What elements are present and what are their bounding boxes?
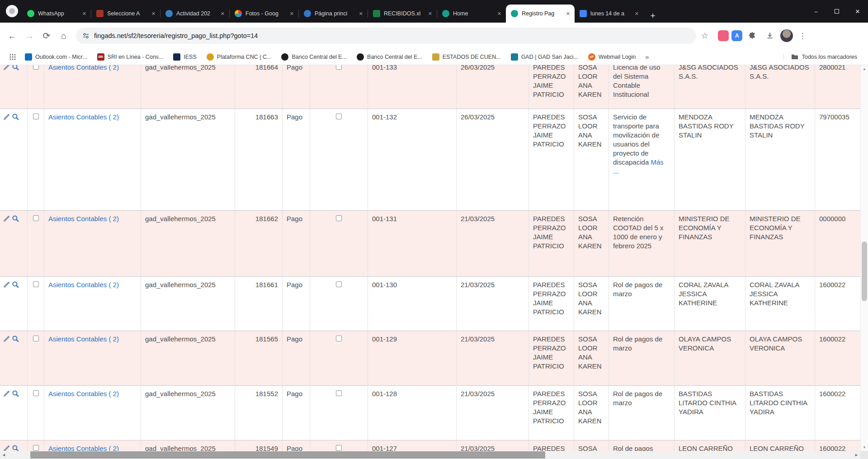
extension-pink-icon[interactable] (718, 30, 729, 41)
maximize-button[interactable] (826, 0, 847, 23)
asientos-contables-link[interactable]: Asientos Contables ( 2) (48, 335, 119, 343)
magnifier-icon[interactable] (12, 113, 19, 121)
tab-fotos[interactable]: Fotos - Goog ✕ (230, 5, 298, 23)
site-settings-icon[interactable] (82, 32, 90, 39)
magnifier-icon[interactable] (12, 65, 19, 71)
magnifier-icon[interactable] (12, 335, 19, 343)
magnifier-icon[interactable] (12, 445, 19, 451)
extensions-puzzle-icon[interactable] (745, 27, 760, 44)
tab-pagina-principal[interactable]: Página princi ✕ (299, 5, 368, 23)
tab-close-icon[interactable]: ✕ (634, 11, 640, 17)
bookmark-cnc[interactable]: Plataforma CNC | C... (203, 52, 276, 62)
cell-beneficiario: J&SG ASOCIADOS S.A.S. (675, 65, 745, 109)
back-icon[interactable]: ← (4, 27, 21, 44)
flag-checkbox[interactable] (336, 390, 342, 396)
table-row: Asientos Contables ( 2) gad_vallehermos_… (0, 386, 860, 440)
asientos-contables-link[interactable]: Asientos Contables ( 2) (48, 281, 119, 289)
close-button[interactable]: ✕ (847, 0, 868, 23)
flag-checkbox[interactable] (336, 445, 342, 451)
horizontal-scroll-thumb[interactable] (30, 451, 545, 459)
tab-whatsapp[interactable]: WhatsApp ✕ (22, 5, 91, 23)
tab-close-icon[interactable]: ✕ (151, 11, 156, 17)
scroll-up-icon[interactable]: ▲ (861, 65, 868, 72)
row-checkbox[interactable] (33, 114, 39, 119)
asientos-contables-link[interactable]: Asientos Contables ( 2) (48, 65, 119, 71)
tab-close-icon[interactable]: ✕ (427, 11, 433, 17)
row-checkbox[interactable] (33, 445, 39, 451)
tab-registro-pago-active[interactable]: Registro Pag ✕ (506, 5, 575, 23)
page-content: Asientos Contables ( 2) gad_vallehermos_… (0, 65, 860, 451)
tab-close-icon[interactable]: ✕ (289, 11, 295, 17)
downloads-icon[interactable] (762, 27, 778, 44)
bookmarks-overflow-chevron[interactable]: » (642, 53, 652, 61)
address-bar[interactable]: fingads.net/sf2/tesoreria/registro_pago_… (76, 28, 696, 44)
tab-home[interactable]: Home ✕ (437, 5, 506, 23)
row-checkbox[interactable] (33, 65, 39, 70)
horizontal-scrollbar[interactable]: ◄ ► (0, 451, 860, 459)
magnifier-icon[interactable] (12, 281, 19, 289)
flag-checkbox[interactable] (336, 114, 342, 119)
new-tab-button[interactable]: + (646, 9, 660, 23)
vertical-scrollbar[interactable]: ▲ ▼ (860, 65, 868, 451)
apps-grid-icon[interactable] (6, 51, 19, 63)
reload-icon[interactable]: ⟳ (38, 27, 55, 44)
tab-close-icon[interactable]: ✕ (220, 11, 226, 17)
bookmark-outlook[interactable]: Outlook.com - Micr... (21, 52, 91, 62)
asientos-contables-link[interactable]: Asientos Contables ( 2) (48, 113, 119, 121)
bookmark-sri[interactable]: SRISRI en Línea - Cons... (93, 52, 168, 62)
vertical-scroll-thumb[interactable] (862, 241, 867, 301)
scroll-left-icon[interactable]: ◄ (0, 451, 8, 459)
edit-pencil-icon[interactable] (3, 390, 10, 397)
scroll-down-icon[interactable]: ▼ (861, 444, 868, 451)
edit-pencil-icon[interactable] (3, 215, 10, 222)
edit-pencil-icon[interactable] (3, 113, 10, 121)
magnifier-icon[interactable] (12, 215, 19, 222)
home-icon[interactable]: ⌂ (55, 27, 72, 44)
cell-flag (310, 440, 368, 451)
bookmark-gad[interactable]: GAD | GAD San Jaci... (507, 52, 582, 62)
tab-close-icon[interactable]: ✕ (358, 11, 364, 17)
flag-checkbox[interactable] (336, 281, 342, 287)
menu-kebab-icon[interactable]: ⋮ (796, 27, 809, 44)
tab-close-icon[interactable]: ✕ (565, 11, 571, 17)
row-actions (0, 65, 28, 109)
bookmark-webmail[interactable]: cPWebmail Login (584, 52, 640, 62)
asientos-contables-link[interactable]: Asientos Contables ( 2) (48, 445, 119, 451)
tab-close-icon[interactable]: ✕ (496, 11, 502, 17)
edit-pencil-icon[interactable] (3, 65, 10, 71)
cell-cuenta: 1600022 (815, 277, 860, 331)
forward-icon[interactable]: → (21, 27, 38, 44)
flag-checkbox[interactable] (336, 336, 342, 341)
translate-icon[interactable]: A (731, 30, 742, 41)
tab-seleccione[interactable]: Seleccione A ✕ (91, 5, 160, 23)
cell-flag (310, 109, 368, 210)
bookmark-banco-central-1[interactable]: Banco Central del E... (277, 52, 351, 62)
title-bar: WhatsApp ✕ Seleccione A ✕ Actividad 202 … (0, 0, 868, 23)
flag-checkbox[interactable] (336, 65, 342, 70)
flag-checkbox[interactable] (336, 215, 342, 221)
edit-pencil-icon[interactable] (3, 445, 10, 451)
tab-actividad[interactable]: Actividad 202 ✕ (160, 5, 229, 23)
edit-pencil-icon[interactable] (3, 335, 10, 343)
tab-close-icon[interactable]: ✕ (81, 11, 87, 17)
row-checkbox[interactable] (33, 281, 39, 287)
bookmark-banco-central-2[interactable]: Banco Central del E... (353, 52, 426, 62)
row-checkbox[interactable] (33, 390, 39, 396)
all-bookmarks-button[interactable]: Todos los marcadores (783, 54, 862, 60)
bookmark-estados[interactable]: ESTADOS DE CUEN... (428, 52, 505, 62)
asientos-contables-link[interactable]: Asientos Contables ( 2) (48, 215, 119, 222)
minimize-button[interactable]: – (806, 0, 826, 23)
row-checkbox[interactable] (33, 336, 39, 341)
edit-pencil-icon[interactable] (3, 281, 10, 289)
bookmark-iess[interactable]: IESS (169, 52, 201, 62)
tab-recibidos[interactable]: RECIBIDOS.xl ✕ (368, 5, 437, 23)
folder-icon (791, 54, 798, 60)
asientos-contables-link[interactable]: Asientos Contables ( 2) (48, 390, 119, 397)
row-checkbox[interactable] (33, 215, 39, 221)
table-row: Asientos Contables ( 2) gad_vallehermos_… (0, 211, 860, 277)
profile-avatar[interactable] (780, 29, 793, 42)
tab-calendario[interactable]: lunes 14 de a ✕ (575, 5, 643, 23)
magnifier-icon[interactable] (12, 390, 19, 397)
bookmark-star-icon[interactable]: ☆ (696, 27, 713, 44)
scroll-right-icon[interactable]: ► (853, 451, 860, 459)
